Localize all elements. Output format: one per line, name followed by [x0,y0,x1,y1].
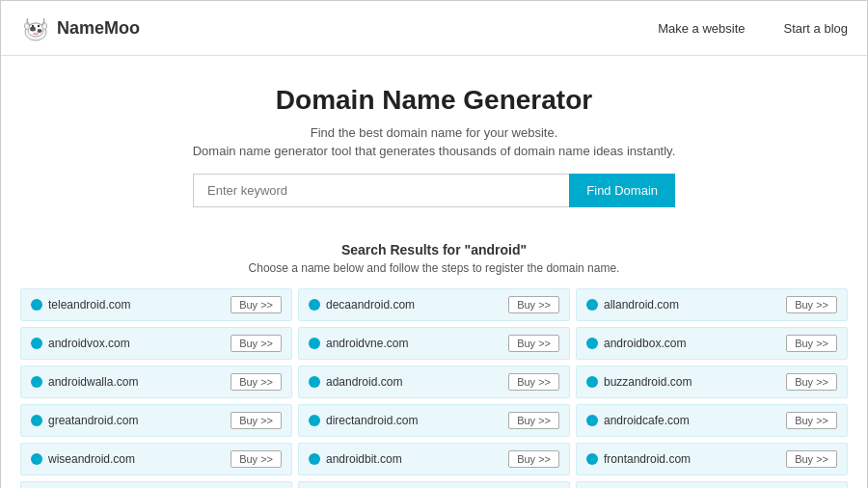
domain-item: androidbox.comBuy >> [576,327,848,360]
domain-item: androidcafe.comBuy >> [576,404,848,437]
domain-item: androidbit.comBuy >> [298,443,570,475]
results-keyword: "android" [465,242,528,258]
domain-item: directandroid.comBuy >> [298,404,570,437]
hero-subtitle1: Find the best domain name for your websi… [20,125,848,140]
domain-name: frontandroid.com [604,452,691,466]
domain-status-dot [309,338,320,349]
domain-status-dot [309,453,320,465]
domain-name: buzzandroid.com [604,375,692,389]
svg-point-9 [34,33,35,34]
domain-item: frontandroid.comBuy >> [576,443,848,475]
hero-subtitle2: Domain name generator tool that generate… [20,144,848,158]
buy-button[interactable]: Buy >> [231,412,282,429]
domain-name: adandroid.com [326,375,402,389]
svg-point-7 [38,25,40,27]
domain-item: android123.comBuy >> [576,481,848,488]
domain-item: greatandroid.comBuy >> [20,404,292,437]
header: NameMoo Make a website Start a blog [1,1,867,56]
domain-name: androidbox.com [604,337,686,350]
find-domain-button[interactable]: Find Domain [569,174,675,207]
search-bar: Find Domain [193,174,675,207]
domain-status-dot [586,453,598,465]
domain-item: decaandroid.comBuy >> [298,288,570,321]
domain-item: androidzone.comBuy >> [20,481,292,488]
domain-item: buzzandroid.comBuy >> [576,366,848,398]
buy-button[interactable]: Buy >> [231,296,282,313]
domain-status-dot [31,338,42,349]
buy-button[interactable]: Buy >> [508,412,559,429]
buy-button[interactable]: Buy >> [231,335,282,352]
logo-icon [20,13,51,43]
hero-section: Domain Name Generator Find the best doma… [1,56,867,227]
buy-button[interactable]: Buy >> [786,450,837,468]
domain-status-dot [309,299,320,311]
domain-item: androidvalley.comBuy >> [298,481,570,488]
buy-button[interactable]: Buy >> [508,335,559,352]
search-input[interactable] [193,174,569,207]
buy-button[interactable]: Buy >> [508,296,559,313]
results-subtitle: Choose a name below and follow the steps… [20,261,848,275]
domain-name: androidcafe.com [604,414,690,427]
logo-text: NameMoo [57,18,140,39]
domain-name: androidbit.com [326,452,402,466]
svg-point-10 [37,33,38,34]
domain-status-dot [31,299,42,311]
domain-name: greatandroid.com [48,414,138,427]
logo-area: NameMoo [20,13,140,43]
domain-grid: teleandroid.comBuy >>decaandroid.comBuy … [20,288,848,488]
domain-name: decaandroid.com [326,298,415,312]
domain-status-dot [586,415,598,426]
domain-item: allandroid.comBuy >> [576,288,848,321]
domain-item: adandroid.comBuy >> [298,366,570,398]
domain-name: androidwalla.com [48,375,138,389]
domain-item: teleandroid.comBuy >> [20,288,292,321]
results-title-prefix: Search Results for [341,242,465,258]
buy-button[interactable]: Buy >> [508,450,559,468]
domain-item: androidwalla.comBuy >> [20,366,292,398]
domain-status-dot [309,376,320,388]
domain-name: androidvne.com [326,337,408,350]
buy-button[interactable]: Buy >> [786,373,837,391]
domain-name: allandroid.com [604,298,679,312]
domain-name: wiseandroid.com [48,452,135,466]
buy-button[interactable]: Buy >> [786,296,837,313]
buy-button[interactable]: Buy >> [231,373,282,391]
domain-status-dot [586,299,598,311]
domain-status-dot [309,415,320,426]
domain-status-dot [31,453,42,465]
page-title: Domain Name Generator [20,85,848,116]
results-title: Search Results for "android" [20,242,848,258]
results-section: Search Results for "android" Choose a na… [1,227,867,488]
make-website-link[interactable]: Make a website [658,21,745,36]
svg-point-2 [30,27,36,32]
domain-item: androidvne.comBuy >> [298,327,570,360]
start-blog-link[interactable]: Start a blog [784,21,849,36]
domain-status-dot [31,376,42,388]
domain-name: androidvox.com [48,337,130,350]
domain-item: wiseandroid.comBuy >> [20,443,292,475]
domain-status-dot [586,376,598,388]
buy-button[interactable]: Buy >> [508,373,559,391]
buy-button[interactable]: Buy >> [231,450,282,468]
buy-button[interactable]: Buy >> [786,335,837,352]
header-nav: Make a website Start a blog [658,21,848,36]
domain-status-dot [31,415,42,426]
buy-button[interactable]: Buy >> [786,412,837,429]
svg-point-6 [32,25,34,27]
svg-point-3 [38,29,42,33]
domain-name: teleandroid.com [48,298,130,312]
domain-status-dot [586,338,598,349]
domain-name: directandroid.com [326,414,418,427]
domain-item: androidvox.comBuy >> [20,327,292,360]
